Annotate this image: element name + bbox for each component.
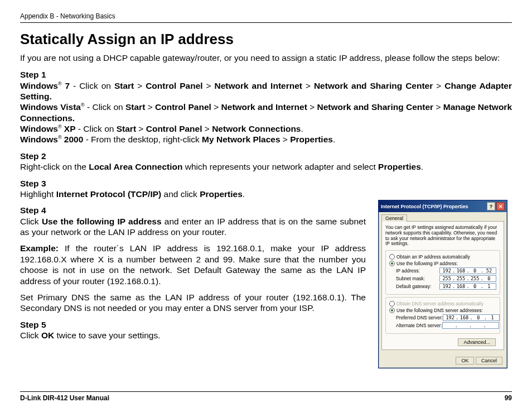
s4-uf: Use the following IP address bbox=[42, 217, 162, 226]
props: Properties bbox=[290, 135, 333, 144]
win7-txt: - Click on bbox=[70, 81, 114, 90]
start: Start bbox=[114, 81, 134, 90]
w2k-ver: 2000 bbox=[62, 135, 84, 144]
step-3-heading: Step 3 bbox=[20, 179, 46, 188]
xp-txt: - Click on bbox=[76, 124, 117, 133]
win7-ver: 7 bbox=[62, 81, 70, 90]
page-title: Statically Assign an IP address bbox=[20, 31, 512, 48]
w2k-txt: - From the desktop, right-click bbox=[83, 135, 202, 144]
xp-ver: XP bbox=[62, 124, 76, 133]
page-footer: D-Link DIR-412 User Manual 99 bbox=[20, 391, 512, 402]
s2-lac: Local Area Connection bbox=[89, 162, 182, 171]
default-gateway-input[interactable]: 192.168.0.1 bbox=[439, 283, 496, 290]
vista-reg: ® bbox=[81, 102, 85, 108]
nsc: Network and Sharing Center bbox=[317, 102, 434, 112]
s5-ok: OK bbox=[41, 330, 54, 340]
help-icon[interactable]: ? bbox=[487, 202, 495, 210]
footer-page-number: 99 bbox=[505, 394, 512, 402]
step-4-heading: Step 4 bbox=[20, 205, 46, 215]
radio-obtain-dns: Obtain DNS server address automatically bbox=[389, 301, 496, 306]
s2-pre: Right-click on the bbox=[20, 162, 89, 171]
s2-mid: which represents your network adapter an… bbox=[182, 162, 378, 171]
sep: > bbox=[202, 124, 212, 133]
step-4: Step 4 Click Use the following IP addres… bbox=[20, 205, 366, 237]
s5-post: twice to save your settings. bbox=[54, 330, 160, 340]
dns-group: Obtain DNS server address automatically … bbox=[385, 297, 500, 334]
radio-use-ip-label: Use the following IP address: bbox=[396, 261, 458, 266]
dns-block: Set Primary DNS the same as the LAN IP a… bbox=[20, 292, 366, 314]
s3-props: Properties bbox=[200, 189, 243, 199]
sep: > bbox=[136, 124, 146, 133]
s2-props: Properties bbox=[378, 162, 421, 171]
sep: > bbox=[203, 81, 215, 90]
nsc: Network and Sharing Center bbox=[314, 81, 433, 90]
sep: > bbox=[145, 102, 155, 112]
ni: Network and Internet bbox=[221, 102, 307, 112]
sep: > bbox=[280, 135, 291, 144]
sep: > bbox=[211, 102, 221, 112]
s3-proto: Internet Protocol (TCP/IP) bbox=[56, 189, 162, 199]
w2k-label: Windows bbox=[20, 135, 58, 144]
step-1: Step 1 Windows® 7 - Click on Start > Con… bbox=[20, 69, 512, 145]
default-gateway-label: Default gateway: bbox=[396, 284, 431, 289]
cp: Control Panel bbox=[146, 124, 202, 133]
example-text: If the router´s LAN IP address is 192.16… bbox=[20, 243, 366, 285]
radio-use-dns[interactable]: Use the following DNS server addresses: bbox=[389, 308, 496, 313]
advanced-button[interactable]: Advanced... bbox=[458, 338, 496, 346]
intro-text: If you are not using a DHCP capable gate… bbox=[20, 52, 512, 64]
cancel-button[interactable]: Cancel bbox=[476, 357, 502, 365]
s4-pre: Click bbox=[20, 217, 42, 226]
start: Start bbox=[125, 102, 145, 112]
alternate-dns-input[interactable]: . . . bbox=[442, 322, 499, 329]
vista-label: Windows Vista bbox=[20, 102, 81, 112]
ip-address-input[interactable]: 192.168.0.52 bbox=[439, 267, 496, 274]
w2k-reg: ® bbox=[58, 135, 62, 140]
xp-label: Windows bbox=[20, 124, 58, 133]
subnet-mask-label: Subnet mask: bbox=[396, 276, 425, 281]
sep: > bbox=[307, 102, 317, 112]
start: Start bbox=[117, 124, 136, 133]
nc: Network Connections bbox=[212, 124, 301, 133]
subnet-mask-input[interactable]: 255.255.255.0 bbox=[439, 275, 496, 282]
radio-obtain-ip-label: Obtain an IP address automatically bbox=[396, 254, 470, 260]
sep: > bbox=[302, 81, 314, 90]
preferred-dns-input[interactable]: 192.168.0.1 bbox=[443, 314, 500, 321]
ip-address-label: IP address: bbox=[396, 268, 420, 274]
win7-reg: ® bbox=[58, 80, 62, 86]
dialog-titlebar: Internet Protocol (TCP/IP) Properties ? … bbox=[379, 200, 507, 212]
sep: > bbox=[134, 81, 146, 90]
ni: Network and Internet bbox=[215, 81, 302, 90]
s3-pre: Highlight bbox=[20, 189, 56, 199]
ok-button[interactable]: OK bbox=[456, 357, 474, 365]
step-3: Step 3 Highlight Internet Protocol (TCP/… bbox=[20, 178, 512, 200]
preferred-dns-label: Preferred DNS server: bbox=[396, 315, 443, 320]
page-header: Appendix B - Networking Basics bbox=[20, 12, 512, 23]
step-1-heading: Step 1 bbox=[20, 70, 46, 79]
sep: > bbox=[433, 102, 443, 112]
example-block: Example: If the router´s LAN IP address … bbox=[20, 243, 366, 286]
s3-mid: and click bbox=[161, 189, 200, 199]
dialog-description: You can get IP settings assigned automat… bbox=[385, 225, 500, 247]
dialog-title-text: Internet Protocol (TCP/IP) Properties bbox=[381, 204, 468, 209]
cp: Control Panel bbox=[155, 102, 211, 112]
footer-manual-name: D-Link DIR-412 User Manual bbox=[20, 394, 109, 402]
radio-use-ip[interactable]: Use the following IP address: bbox=[389, 261, 496, 266]
radio-obtain-dns-label: Obtain DNS server address automatically bbox=[396, 301, 483, 306]
step-5: Step 5 Click OK twice to save your setti… bbox=[20, 319, 366, 341]
radio-obtain-ip[interactable]: Obtain an IP address automatically bbox=[389, 254, 496, 260]
example-label: Example: bbox=[20, 243, 59, 253]
win7-label: Windows bbox=[20, 81, 58, 90]
xp-reg: ® bbox=[58, 124, 62, 130]
tab-general[interactable]: General bbox=[381, 214, 407, 222]
s3-end: . bbox=[243, 189, 245, 199]
s5-pre: Click bbox=[20, 330, 41, 340]
step-2: Step 2 Right-click on the Local Area Con… bbox=[20, 151, 512, 173]
vista-txt: - Click on bbox=[85, 102, 125, 112]
sep: > bbox=[433, 81, 444, 90]
tcpip-properties-dialog: Internet Protocol (TCP/IP) Properties ? … bbox=[378, 200, 507, 368]
close-icon[interactable]: ✕ bbox=[496, 202, 505, 210]
s2-end: . bbox=[421, 162, 423, 171]
dialog-body: You can get IP settings assigned automat… bbox=[381, 221, 504, 350]
step-5-heading: Step 5 bbox=[20, 320, 46, 329]
alternate-dns-label: Alternate DNS server: bbox=[396, 323, 442, 328]
